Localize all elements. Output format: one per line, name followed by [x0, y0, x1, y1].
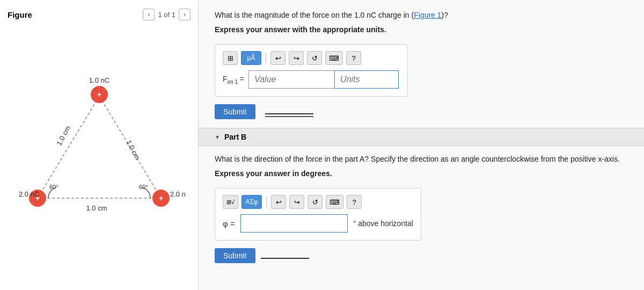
svg-text:60°: 60° — [139, 184, 148, 190]
submit-button-a[interactable]: Submit — [215, 104, 255, 119]
toolbar-sep-b-1 — [266, 197, 267, 207]
reset-icon-b: ↺ — [312, 198, 318, 206]
redo-icon-b: ↪ — [294, 198, 300, 206]
reset-button-a[interactable]: ↺ — [307, 51, 322, 65]
input-row-b: φ = ° above horizontal — [223, 214, 413, 233]
right-panel: What is the magnitude of the force on th… — [199, 0, 644, 290]
submit-row-b: Submit — [215, 247, 628, 263]
phi-input[interactable] — [240, 214, 348, 233]
nav-next-button[interactable]: › — [179, 9, 191, 20]
svg-text:1.0 cm: 1.0 cm — [55, 125, 72, 147]
part-b-header: ▼ Part B — [199, 128, 644, 146]
figure-canvas: 1.0 cm 1.0 cm 1.0 cm 60° 60° + 1.0 nC + … — [0, 26, 198, 290]
part-b-content: What is the direction of the force in th… — [215, 146, 628, 263]
undo-icon-b: ↩ — [276, 198, 282, 206]
input-equals-a: = — [240, 75, 244, 83]
svg-text:+: + — [97, 90, 101, 99]
matrix-icon-a: ⊞ — [228, 54, 233, 62]
keyboard-button-b[interactable]: ⌨ — [326, 195, 343, 209]
help-button-a[interactable]: ? — [346, 51, 361, 65]
question-text-b: What is the direction of the force in th… — [215, 154, 628, 165]
submit-button-b[interactable]: Submit — [215, 248, 255, 263]
question-a-prefix: What is the magnitude of the force on th… — [215, 11, 414, 19]
nav-current: 1 of 1 — [158, 11, 175, 19]
svg-text:60°: 60° — [49, 184, 58, 190]
keyboard-icon-b: ⌨ — [330, 198, 340, 206]
question-a-suffix: )? — [442, 11, 448, 19]
undo-button-a[interactable]: ↩ — [270, 51, 286, 65]
left-panel: Figure ‹ 1 of 1 › 1.0 cm 1.0 cm 1.0 cm 6… — [0, 0, 199, 290]
reset-icon-a: ↺ — [312, 54, 318, 62]
toolbar-sep-1 — [266, 53, 266, 63]
sigma-button-b[interactable]: ΑΣφ — [241, 195, 262, 209]
redo-button-a[interactable]: ↪ — [289, 51, 304, 65]
keyboard-button-a[interactable]: ⌨ — [325, 51, 343, 65]
input-label-a: Fon 1 = — [223, 75, 244, 85]
sigma-icon-b: ΑΣφ — [245, 198, 258, 206]
part-b-section: ▼ Part B What is the direction of the fo… — [215, 128, 628, 263]
answer-box-b: ⊞√ ΑΣφ ↩ ↪ ↺ ⌨ — [215, 188, 421, 241]
toolbar-a: ⊞ μÅ ↩ ↪ ↺ ⌨ ? — [223, 51, 400, 65]
help-icon-a: ? — [352, 54, 355, 62]
undo-button-b[interactable]: ↩ — [271, 195, 286, 209]
value-input-a[interactable] — [248, 70, 334, 89]
input-row-a: Fon 1 = — [223, 70, 400, 89]
help-icon-b: ? — [352, 198, 356, 206]
svg-text:2.0 nC: 2.0 nC — [170, 190, 185, 198]
units-input-a[interactable] — [334, 70, 399, 89]
toolbar-b: ⊞√ ΑΣφ ↩ ↪ ↺ ⌨ — [223, 195, 413, 209]
svg-text:2.0 nC: 2.0 nC — [19, 190, 39, 198]
input-sub-a: on 1 — [228, 78, 238, 84]
part-b-label: Part B — [224, 133, 246, 141]
help-button-b[interactable]: ? — [347, 195, 362, 209]
mu-button-a[interactable]: μÅ — [241, 51, 261, 65]
answer-label-b — [261, 250, 309, 260]
express-units-label: Express your answer with the appropriate… — [215, 24, 628, 35]
svg-text:1.0 cm: 1.0 cm — [86, 204, 107, 212]
unit-label-b: ° above horizontal — [353, 219, 413, 228]
keyboard-icon-a: ⌨ — [329, 54, 339, 62]
redo-icon-a: ↪ — [294, 54, 299, 62]
matrix-icon-b: ⊞√ — [226, 199, 235, 206]
redo-button-b[interactable]: ↪ — [289, 195, 304, 209]
figure-label: Figure — [8, 10, 32, 19]
chevron-down-icon: ▼ — [215, 134, 220, 140]
svg-text:+: + — [158, 194, 163, 202]
figure-svg: 1.0 cm 1.0 cm 1.0 cm 60° 60° + 1.0 nC + … — [13, 67, 185, 222]
svg-line-0 — [38, 96, 99, 198]
answer-label-a — [265, 106, 313, 117]
question-text-a: What is the magnitude of the force on th… — [215, 10, 628, 21]
nav-prev-button[interactable]: ‹ — [143, 9, 155, 20]
figure-header: Figure ‹ 1 of 1 › — [0, 5, 198, 26]
matrix-button-a[interactable]: ⊞ — [223, 51, 238, 65]
figure-link[interactable]: Figure 1 — [414, 11, 441, 19]
answer-box-a: ⊞ μÅ ↩ ↪ ↺ ⌨ ? Fon 1 — [215, 44, 408, 97]
svg-text:1.0 cm: 1.0 cm — [125, 139, 142, 161]
mu-icon-a: μÅ — [247, 54, 255, 62]
svg-text:1.0 nC: 1.0 nC — [89, 76, 109, 84]
express-degrees-label: Express your answer in degrees. — [215, 168, 628, 179]
nav-controls: ‹ 1 of 1 › — [143, 9, 191, 20]
matrix-button-b[interactable]: ⊞√ — [223, 195, 238, 209]
undo-icon-a: ↩ — [275, 54, 281, 62]
phi-label: φ = — [223, 219, 235, 228]
reset-button-b[interactable]: ↺ — [308, 195, 323, 209]
submit-row-a: Submit — [215, 103, 628, 119]
figure-diagram: 1.0 cm 1.0 cm 1.0 cm 60° 60° + 1.0 nC + … — [13, 67, 185, 238]
